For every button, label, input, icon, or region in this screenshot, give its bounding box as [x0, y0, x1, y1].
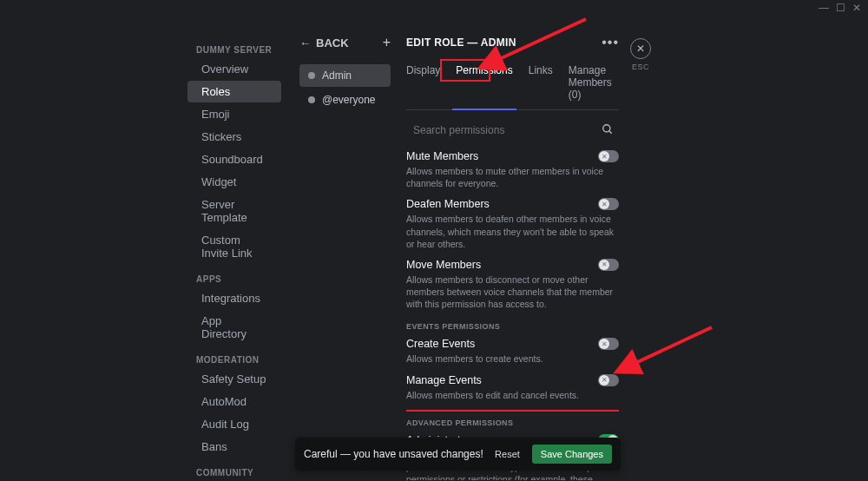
role-label: Admin	[322, 69, 352, 82]
toggle-mute-members[interactable]: ✕	[598, 150, 619, 162]
sidebar-section-community: COMMUNITY	[196, 468, 286, 478]
annotation-arrow-icon	[625, 326, 720, 380]
tab-display[interactable]: Display	[406, 64, 440, 109]
sidebar-item-server-template[interactable]: Server Template	[187, 194, 281, 228]
unsaved-text: Careful — you have unsaved changes!	[304, 448, 483, 460]
search-permissions-input[interactable]	[406, 119, 619, 142]
role-item-everyone[interactable]: @everyone	[299, 89, 391, 111]
perm-desc: Allows members to create events.	[406, 353, 619, 365]
arrow-left-icon: ←	[299, 36, 311, 49]
back-button[interactable]: ← BACK	[299, 36, 349, 49]
toggle-deafen-members[interactable]: ✕	[598, 198, 619, 210]
sidebar-item-safety[interactable]: Safety Setup	[187, 368, 281, 390]
maximize-button[interactable]: ☐	[836, 2, 845, 14]
role-color-dot-icon	[308, 72, 315, 79]
perm-desc: Allows members to mute other members in …	[406, 165, 619, 189]
perm-desc: Allows members to edit and cancel events…	[406, 389, 619, 401]
close-panel: ✕ ESC	[630, 38, 651, 71]
close-button[interactable]: ✕	[630, 38, 651, 59]
role-tabs: Display Permissions Links Manage Members…	[406, 64, 619, 110]
sidebar-item-bans[interactable]: Bans	[187, 436, 281, 458]
role-item-admin[interactable]: Admin	[299, 64, 391, 87]
save-changes-button[interactable]: Save Changes	[532, 445, 612, 464]
role-label: @everyone	[322, 94, 376, 106]
unsaved-changes-bar: Careful — you have unsaved changes! Rese…	[295, 438, 621, 471]
sidebar-item-stickers[interactable]: Stickers	[187, 126, 281, 148]
perm-name-create-events: Create Events	[406, 338, 475, 350]
tab-permissions[interactable]: Permissions	[456, 64, 512, 109]
search-icon	[602, 123, 614, 138]
tab-manage-members[interactable]: Manage Members (0)	[569, 64, 619, 109]
toggle-create-events[interactable]: ✕	[598, 338, 619, 350]
esc-label: ESC	[632, 63, 649, 71]
perm-name-move: Move Members	[406, 259, 481, 271]
close-icon: ✕	[636, 43, 645, 55]
settings-sidebar: DUMMY SERVER Overview Roles Emoji Sticke…	[182, 35, 286, 481]
close-window-button[interactable]: ✕	[852, 2, 861, 14]
perm-desc: Allows members to disconnect or move oth…	[406, 273, 619, 311]
perm-desc: Allows members to deafen other members i…	[406, 213, 619, 250]
sidebar-item-audit-log[interactable]: Audit Log	[187, 413, 281, 435]
sidebar-item-widget[interactable]: Widget	[187, 171, 281, 193]
svg-point-0	[603, 125, 610, 132]
sidebar-item-roles[interactable]: Roles	[187, 81, 281, 102]
permissions-list[interactable]: Mute Members ✕ Allows members to mute ot…	[406, 150, 619, 480]
perm-name-deafen: Deafen Members	[406, 198, 490, 210]
toggle-knob-icon: ✕	[599, 151, 609, 161]
back-label: BACK	[316, 36, 349, 49]
sidebar-item-app-directory[interactable]: App Directory	[187, 310, 281, 345]
sidebar-item-emoji[interactable]: Emoji	[187, 103, 281, 125]
toggle-knob-icon: ✕	[599, 375, 609, 385]
toggle-manage-events[interactable]: ✕	[598, 374, 619, 386]
sidebar-item-soundboard[interactable]: Soundboard	[187, 148, 281, 170]
window-controls: — ☐ ✕	[812, 0, 868, 16]
svg-line-5	[632, 327, 712, 365]
reset-button[interactable]: Reset	[495, 449, 520, 459]
more-options-button[interactable]: •••	[602, 35, 619, 50]
sidebar-section-apps: APPS	[196, 274, 286, 284]
sidebar-item-automod[interactable]: AutoMod	[187, 391, 281, 412]
toggle-knob-icon: ✕	[599, 260, 609, 270]
tab-links[interactable]: Links	[529, 64, 553, 109]
perm-group-advanced: ADVANCED PERMISSIONS	[406, 418, 619, 427]
toggle-move-members[interactable]: ✕	[598, 259, 619, 271]
sidebar-section-moderation: MODERATION	[196, 355, 286, 365]
svg-line-1	[609, 131, 612, 134]
sidebar-item-custom-invite[interactable]: Custom Invite Link	[187, 229, 281, 264]
toggle-knob-icon: ✕	[599, 339, 609, 349]
perm-group-events: EVENTS PERMISSIONS	[406, 322, 619, 331]
roles-column: ← BACK + Admin @everyone	[299, 35, 391, 113]
sidebar-section-server: DUMMY SERVER	[196, 45, 286, 55]
role-editor-panel: EDIT ROLE — ADMIN ••• Display Permission…	[406, 35, 619, 481]
perm-name-mute: Mute Members	[406, 150, 478, 162]
sidebar-item-integrations[interactable]: Integrations	[187, 287, 281, 309]
add-role-button[interactable]: +	[383, 35, 391, 50]
minimize-button[interactable]: —	[819, 2, 829, 14]
perm-name-manage-events: Manage Events	[406, 374, 482, 386]
toggle-knob-icon: ✕	[599, 199, 609, 209]
role-color-dot-icon	[308, 96, 315, 103]
sidebar-item-overview[interactable]: Overview	[187, 58, 281, 80]
page-title: EDIT ROLE — ADMIN	[406, 36, 516, 49]
